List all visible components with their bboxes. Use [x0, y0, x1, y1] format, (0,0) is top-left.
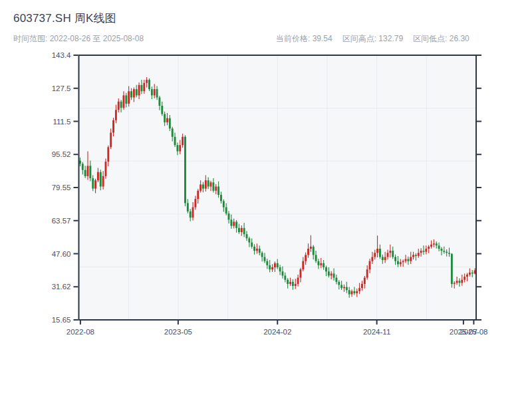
candle-body [184, 137, 186, 203]
candle-body [233, 221, 235, 225]
y-axis-label: 47.60 [52, 250, 71, 258]
candle-body [97, 172, 99, 180]
candle-body [100, 172, 102, 187]
candle-body [351, 291, 353, 295]
x-axis-label: 2022-08 [66, 328, 94, 336]
candle-body [443, 251, 445, 252]
candle-body [136, 89, 138, 95]
candle-body [331, 273, 332, 275]
candle-body [248, 238, 250, 242]
candle-body [364, 278, 366, 284]
candle-body [92, 178, 94, 189]
candle-body [246, 234, 248, 238]
candle-body [212, 182, 214, 190]
candle-body [420, 251, 422, 253]
candle-body [125, 95, 127, 103]
candle-body [176, 145, 178, 151]
candle-body [107, 147, 109, 162]
candle-body [292, 282, 294, 286]
x-axis-label: 2025-08 [460, 328, 487, 336]
candle-body [407, 259, 409, 261]
candle-body [430, 245, 432, 247]
candle-body [295, 284, 297, 286]
candle-body [402, 261, 404, 263]
candlestick-chart: 143.4127.5111.595.5279.5563.5747.6031.62… [0, 0, 532, 399]
candle-body [356, 291, 358, 293]
candle-body [297, 278, 299, 284]
candle-body [269, 265, 271, 269]
candle-body [400, 262, 402, 264]
candle-body [261, 253, 263, 257]
candle-body [130, 91, 132, 97]
candle-body [166, 118, 168, 122]
candle-body [256, 249, 258, 251]
candle-body [313, 247, 315, 255]
candle-body [343, 287, 345, 289]
candle-body [110, 133, 112, 148]
candle-body [302, 261, 304, 269]
candle-body [353, 291, 355, 293]
candle-body [371, 257, 373, 261]
y-axis-label: 15.65 [52, 316, 71, 324]
candle-body [436, 243, 438, 245]
candle-body [405, 259, 407, 261]
candle-body [158, 98, 160, 106]
candle-body [382, 257, 384, 260]
candle-body [151, 89, 153, 95]
candle-body [369, 261, 371, 269]
candle-body [274, 263, 276, 267]
candle-body [325, 267, 327, 271]
candle-body [202, 184, 204, 188]
candle-body [328, 271, 330, 275]
candle-body [154, 89, 156, 95]
candle-body [241, 228, 243, 232]
candle-body [146, 80, 148, 83]
candle-body [425, 249, 427, 252]
candle-body [307, 249, 309, 255]
candle-body [230, 219, 232, 225]
chart-subheader: 时间范围: 2022-08-26 至 2025-08-08 当前价格: 39.5… [13, 33, 519, 45]
candle-body [315, 255, 317, 261]
candle-body [112, 120, 114, 133]
candle-body [89, 166, 91, 178]
candle-body [348, 290, 350, 294]
candle-body [299, 269, 301, 277]
candle-body [320, 263, 322, 265]
candle-body [235, 221, 237, 227]
candle-body [310, 247, 312, 249]
candle-body [376, 249, 378, 253]
candle-body [94, 180, 96, 188]
y-axis-label: 79.55 [52, 184, 71, 192]
candle-body [156, 89, 158, 97]
candle-body [394, 257, 396, 261]
x-axis-label: 2024-11 [363, 328, 390, 336]
candle-body [179, 145, 181, 151]
candle-body [210, 182, 212, 186]
candle-body [253, 247, 255, 251]
candle-body [143, 83, 145, 91]
candle-body [441, 249, 443, 251]
page-title: 603737.SH 周K线图 [13, 11, 116, 26]
candle-body [140, 85, 142, 91]
candle-body [340, 285, 342, 289]
candle-body [161, 106, 163, 114]
time-range-label: 时间范围: 2022-08-26 至 2025-08-08 [13, 33, 144, 45]
candle-body [451, 254, 453, 284]
candle-body [305, 255, 307, 261]
candle-body [118, 102, 120, 110]
candle-body [458, 281, 460, 283]
candle-body [82, 164, 84, 170]
candle-body [251, 243, 253, 247]
candle-body [205, 180, 207, 188]
y-axis-label: 127.5 [52, 84, 71, 92]
y-axis-label: 31.62 [52, 283, 71, 291]
candle-body [410, 257, 412, 261]
candle-body [333, 273, 335, 277]
candle-body [392, 251, 394, 257]
candle-body [346, 287, 348, 291]
candle-body [469, 273, 471, 275]
candle-body [366, 269, 368, 277]
candle-body [197, 191, 199, 199]
candle-body [379, 249, 381, 257]
candle-body [243, 228, 245, 234]
